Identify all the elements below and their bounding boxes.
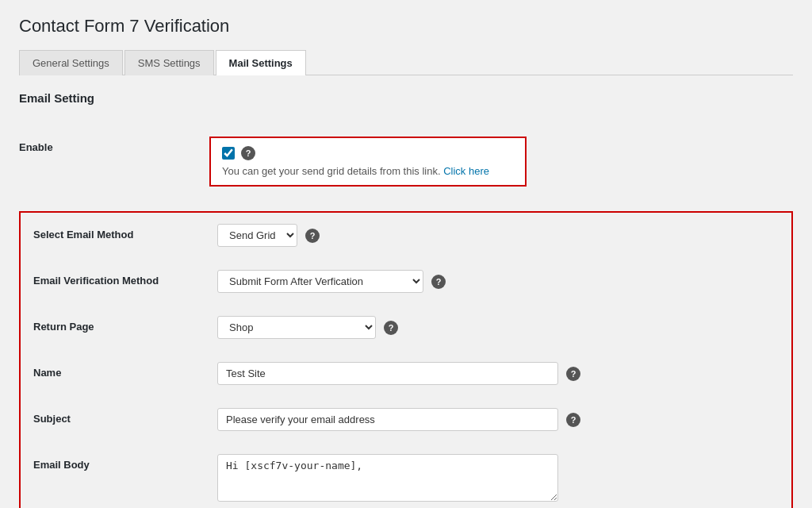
name-content: ? — [201, 362, 785, 385]
enable-row: Enable ? You can get your send grid deta… — [19, 125, 793, 198]
select-email-method-row: Select Email Method Send Grid SMTP Defau… — [21, 213, 791, 259]
return-page-help-icon[interactable]: ? — [384, 321, 398, 335]
return-page-dropdown[interactable]: Shop Home Contact — [217, 316, 376, 339]
return-page-content: Shop Home Contact ? — [201, 316, 785, 339]
email-body-content: Hi [xscf7v-your-name], — [201, 454, 785, 502]
tab-bar: General Settings SMS Settings Mail Setti… — [19, 49, 793, 75]
section-title: Email Setting — [19, 91, 793, 111]
email-verification-method-label: Email Verification Method — [27, 270, 201, 287]
email-body-field-row: Hi [xscf7v-your-name], — [217, 454, 785, 502]
name-input[interactable] — [217, 362, 558, 385]
email-verification-method-dropdown[interactable]: Submit Form After Verfication Show Verif… — [217, 270, 423, 293]
email-verification-method-row: Email Verification Method Submit Form Af… — [21, 259, 791, 305]
subject-help-icon[interactable]: ? — [566, 413, 580, 427]
subject-row: Subject ? — [21, 397, 791, 443]
name-row: Name ? — [21, 351, 791, 397]
enable-content: ? You can get your send grid details fro… — [193, 137, 793, 187]
email-verification-method-field-row: Submit Form After Verfication Show Verif… — [217, 270, 785, 293]
page-title: Contact Form 7 Verification — [19, 16, 793, 37]
return-page-label: Return Page — [27, 316, 201, 333]
red-bordered-field-group: Select Email Method Send Grid SMTP Defau… — [19, 211, 793, 508]
select-email-method-label: Select Email Method — [27, 224, 201, 241]
enable-checkbox[interactable] — [222, 147, 235, 160]
click-here-link[interactable]: Click here — [443, 165, 489, 177]
subject-input[interactable] — [217, 408, 558, 431]
enable-box: ? You can get your send grid details fro… — [209, 137, 527, 187]
name-help-icon[interactable]: ? — [566, 367, 580, 381]
enable-top: ? — [222, 146, 514, 160]
name-field-row: ? — [217, 362, 785, 385]
subject-field-row: ? — [217, 408, 785, 431]
select-email-method-help-icon[interactable]: ? — [305, 229, 320, 243]
email-verification-method-content: Submit Form After Verfication Show Verif… — [201, 270, 785, 293]
select-email-method-content: Send Grid SMTP Default ? — [201, 224, 785, 247]
return-page-field-row: Shop Home Contact ? — [217, 316, 785, 339]
tab-general-settings[interactable]: General Settings — [19, 50, 123, 75]
email-body-row: Email Body Hi [xscf7v-your-name], — [21, 443, 791, 508]
enable-help-icon[interactable]: ? — [241, 146, 255, 160]
subject-label: Subject — [27, 408, 201, 425]
return-page-row: Return Page Shop Home Contact ? — [21, 305, 791, 351]
select-email-method-dropdown[interactable]: Send Grid SMTP Default — [217, 224, 297, 247]
name-label: Name — [27, 362, 201, 379]
email-body-label: Email Body — [27, 454, 201, 471]
tab-sms-settings[interactable]: SMS Settings — [124, 50, 214, 75]
page-wrapper: Contact Form 7 Verification General Sett… — [0, 0, 812, 508]
enable-label: Enable — [19, 137, 193, 153]
tab-mail-settings[interactable]: Mail Settings — [216, 50, 306, 75]
email-body-textarea[interactable]: Hi [xscf7v-your-name], — [217, 454, 558, 502]
email-verification-method-help-icon[interactable]: ? — [431, 275, 446, 289]
select-email-method-field-row: Send Grid SMTP Default ? — [217, 224, 785, 247]
enable-description: You can get your send grid details from … — [222, 165, 514, 177]
subject-content: ? — [201, 408, 785, 431]
